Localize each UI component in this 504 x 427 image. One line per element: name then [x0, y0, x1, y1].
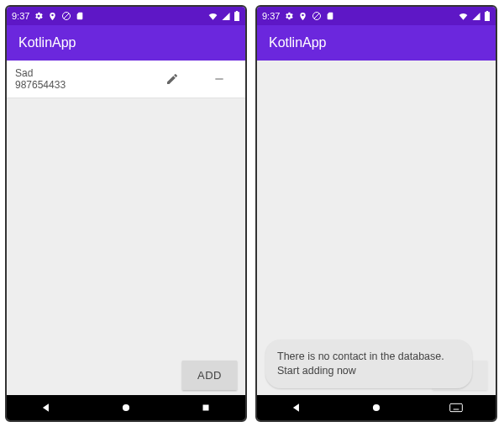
home-circle-icon — [120, 402, 132, 414]
svg-rect-8 — [449, 403, 462, 411]
nav-keyboard-button[interactable] — [439, 395, 473, 420]
content-area: Sad 987654433 ADD — [7, 61, 245, 395]
svg-line-1 — [64, 13, 69, 18]
sd-icon — [76, 11, 84, 21]
wifi-icon — [207, 12, 218, 21]
status-time: 9:37 — [12, 11, 29, 21]
app-bar: KotlinApp — [7, 25, 245, 61]
nav-bar — [257, 395, 496, 420]
contact-number: 987654433 — [15, 79, 146, 91]
status-bar: 9:37 — [257, 7, 496, 25]
contact-text: Sad 987654433 — [15, 67, 146, 91]
status-time: 9:37 — [262, 11, 280, 21]
status-left: 9:37 — [262, 11, 334, 21]
keyboard-icon — [449, 403, 463, 413]
gear-icon — [34, 11, 44, 21]
app-title: KotlinApp — [269, 35, 327, 50]
wifi-icon — [458, 12, 469, 21]
svg-point-3 — [123, 404, 129, 411]
svg-rect-4 — [202, 405, 208, 411]
sd-icon — [326, 11, 334, 21]
edit-button[interactable] — [151, 67, 193, 91]
signal-icon — [221, 12, 231, 21]
no-icon — [61, 11, 71, 21]
location-icon — [48, 12, 57, 21]
status-right — [207, 11, 240, 21]
contact-name: Sad — [15, 67, 146, 79]
add-button[interactable]: ADD — [182, 361, 237, 390]
nav-back-button[interactable] — [29, 395, 63, 420]
nav-recent-button[interactable] — [189, 395, 223, 420]
content-area: ADD There is no contact in the database.… — [257, 61, 496, 395]
nav-bar — [7, 395, 245, 420]
delete-button[interactable] — [198, 67, 240, 91]
device-right: 9:37 KotlinAp — [255, 5, 497, 422]
home-circle-icon — [370, 402, 382, 414]
minus-icon — [213, 72, 226, 86]
status-left: 9:37 — [12, 11, 84, 21]
device-left: 9:37 KotlinAp — [5, 5, 247, 422]
location-icon — [298, 12, 307, 21]
battery-icon — [234, 11, 240, 21]
contact-row[interactable]: Sad 987654433 — [7, 61, 245, 98]
battery-icon — [484, 11, 491, 21]
app-bar: KotlinApp — [257, 25, 496, 61]
signal-icon — [471, 12, 481, 21]
svg-rect-2 — [215, 78, 223, 79]
app-title: KotlinApp — [18, 35, 76, 50]
svg-point-7 — [373, 404, 380, 411]
pencil-icon — [165, 72, 179, 86]
status-bar: 9:37 — [7, 7, 245, 25]
toast-message: There is no contact in the database. Sta… — [265, 340, 472, 388]
nav-back-button[interactable] — [280, 395, 313, 420]
back-triangle-icon — [291, 402, 302, 414]
recent-square-icon — [201, 403, 211, 413]
back-triangle-icon — [40, 402, 52, 414]
svg-line-6 — [314, 13, 319, 18]
nav-home-button[interactable] — [109, 395, 143, 420]
nav-home-button[interactable] — [360, 395, 393, 420]
status-right — [458, 11, 491, 21]
gear-icon — [284, 11, 294, 21]
no-icon — [312, 11, 322, 21]
